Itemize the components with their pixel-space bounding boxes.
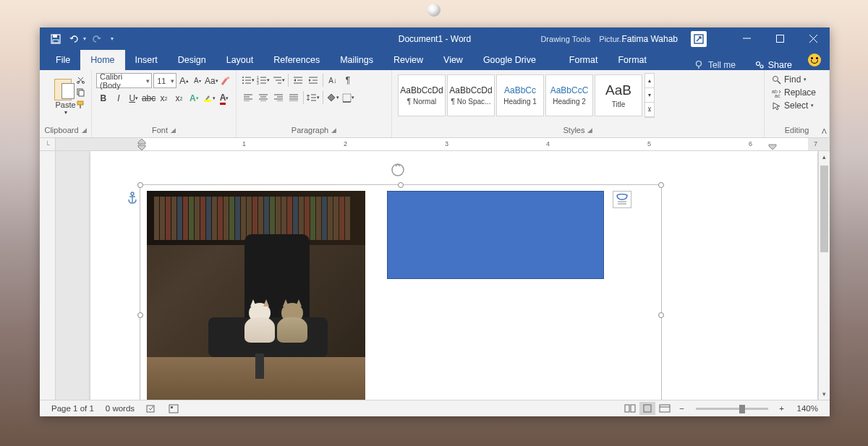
share-button[interactable]: Share: [754, 60, 792, 70]
styles-dialog-launcher[interactable]: ◢: [587, 126, 592, 134]
find-button[interactable]: Find ▾: [769, 73, 825, 86]
change-case-button[interactable]: Aa▾: [205, 74, 218, 88]
page-viewport[interactable]: [56, 151, 830, 400]
gallery-expand[interactable]: ⊻: [645, 103, 654, 117]
tab-design[interactable]: Design: [168, 50, 216, 70]
redo-button[interactable]: [88, 30, 105, 48]
zoom-slider[interactable]: [696, 408, 768, 410]
scroll-up-button[interactable]: ▴: [819, 151, 830, 163]
gallery-scroll-up[interactable]: ▴: [645, 74, 654, 88]
multilevel-list-button[interactable]: ▾: [271, 73, 286, 87]
tab-view[interactable]: View: [433, 50, 473, 70]
tab-layout[interactable]: Layout: [216, 50, 264, 70]
macro-button[interactable]: [163, 404, 184, 413]
save-button[interactable]: [47, 30, 64, 48]
grow-font-button[interactable]: A▴: [178, 74, 190, 88]
justify-button[interactable]: [286, 90, 301, 105]
zoom-level[interactable]: 140%: [791, 404, 824, 413]
right-indent-marker-icon[interactable]: [768, 144, 777, 151]
scrollbar-thumb[interactable]: [820, 166, 828, 252]
tab-home[interactable]: Home: [80, 50, 124, 70]
indent-marker-icon[interactable]: [137, 138, 146, 151]
font-size-selector[interactable]: 11: [153, 73, 176, 88]
style-no-spacing[interactable]: AaBbCcDd¶ No Spac...: [447, 74, 495, 116]
sort-button[interactable]: A↓: [326, 73, 340, 87]
clear-formatting-button[interactable]: [220, 74, 231, 88]
maximize-button[interactable]: [763, 27, 796, 50]
collapse-ribbon-button[interactable]: ᐱ: [822, 127, 827, 135]
bullets-button[interactable]: ▾: [241, 73, 255, 87]
zoom-out-button[interactable]: −: [674, 402, 690, 415]
borders-button[interactable]: ▾: [341, 90, 355, 105]
rotate-handle-icon[interactable]: [389, 161, 407, 179]
copy-button[interactable]: [75, 87, 86, 97]
undo-dropdown-icon[interactable]: ▾: [83, 35, 86, 42]
cut-button[interactable]: [75, 74, 86, 85]
font-dialog-launcher[interactable]: ◢: [171, 126, 176, 134]
superscript-button[interactable]: x2: [171, 91, 186, 106]
selection-handle-w[interactable]: [137, 312, 143, 318]
selection-handle-nw[interactable]: [137, 182, 143, 188]
font-name-selector[interactable]: Calibri (Body: [96, 73, 152, 88]
read-mode-button[interactable]: [622, 402, 638, 415]
tab-references[interactable]: References: [263, 50, 330, 70]
font-color-button[interactable]: A▾: [217, 91, 231, 106]
highlight-button[interactable]: ▾: [202, 91, 216, 106]
bold-button[interactable]: B: [96, 91, 111, 106]
underline-button[interactable]: U▾: [127, 91, 141, 106]
style-heading1[interactable]: AaBbCcHeading 1: [496, 74, 544, 116]
style-normal[interactable]: AaBbCcDd¶ Normal: [398, 74, 446, 116]
feedback-smiley-icon[interactable]: [808, 53, 821, 67]
italic-button[interactable]: I: [111, 91, 126, 106]
tab-insert[interactable]: Insert: [125, 50, 168, 70]
selection-handle-n[interactable]: [398, 182, 404, 188]
layout-options-button[interactable]: [613, 191, 631, 208]
style-title[interactable]: AaBTitle: [595, 74, 642, 116]
select-button[interactable]: Select ▾: [769, 99, 825, 112]
replace-button[interactable]: abacReplace: [769, 86, 825, 99]
proofing-button[interactable]: [140, 404, 163, 413]
zoom-in-button[interactable]: +: [774, 402, 790, 415]
word-count[interactable]: 0 words: [100, 404, 140, 413]
show-marks-button[interactable]: ¶: [341, 73, 355, 87]
numbering-button[interactable]: 123▾: [256, 73, 271, 87]
vertical-ruler[interactable]: [40, 151, 56, 400]
tab-file[interactable]: File: [46, 50, 80, 70]
tell-me-search[interactable]: Tell me: [694, 60, 736, 70]
format-painter-button[interactable]: [75, 99, 86, 109]
zoom-slider-thumb[interactable]: [739, 405, 745, 413]
web-layout-button[interactable]: [657, 402, 673, 415]
selection-handle-ne[interactable]: [658, 182, 664, 188]
tab-google-drive[interactable]: Google Drive: [473, 50, 546, 70]
text-effects-button[interactable]: A▾: [187, 91, 201, 106]
print-layout-button[interactable]: [639, 402, 655, 415]
align-center-button[interactable]: [256, 90, 271, 105]
tab-format-picture[interactable]: Format: [608, 50, 657, 70]
tab-review[interactable]: Review: [383, 50, 433, 70]
inserted-photo-cats[interactable]: [147, 191, 365, 400]
minimize-button[interactable]: [730, 27, 763, 50]
close-button[interactable]: [796, 27, 830, 50]
decrease-indent-button[interactable]: [291, 73, 305, 87]
tab-mailings[interactable]: Mailings: [330, 50, 383, 70]
inserted-rectangle-shape[interactable]: [387, 191, 604, 279]
vertical-scrollbar[interactable]: ▴ ▾: [818, 151, 830, 400]
strikethrough-button[interactable]: abc: [142, 91, 156, 106]
shrink-font-button[interactable]: A▾: [192, 74, 203, 88]
style-heading2[interactable]: AaBbCcCHeading 2: [545, 74, 593, 116]
scroll-down-button[interactable]: ▾: [819, 388, 830, 400]
page-indicator[interactable]: Page 1 of 1: [46, 404, 100, 413]
clipboard-dialog-launcher[interactable]: ◢: [82, 126, 87, 134]
align-left-button[interactable]: [241, 90, 255, 105]
line-spacing-button[interactable]: ▾: [306, 90, 320, 105]
tab-format-drawing[interactable]: Format: [559, 50, 608, 70]
undo-button[interactable]: [66, 30, 83, 48]
ribbon-display-options-button[interactable]: [691, 31, 707, 47]
paste-dropdown-icon[interactable]: ▾: [64, 109, 67, 116]
paragraph-dialog-launcher[interactable]: ◢: [331, 126, 336, 134]
selection-handle-e[interactable]: [658, 312, 664, 318]
subscript-button[interactable]: x2: [157, 91, 171, 106]
shading-button[interactable]: ▾: [326, 90, 340, 105]
gallery-scroll-down[interactable]: ▾: [645, 88, 654, 103]
align-right-button[interactable]: [271, 90, 286, 105]
